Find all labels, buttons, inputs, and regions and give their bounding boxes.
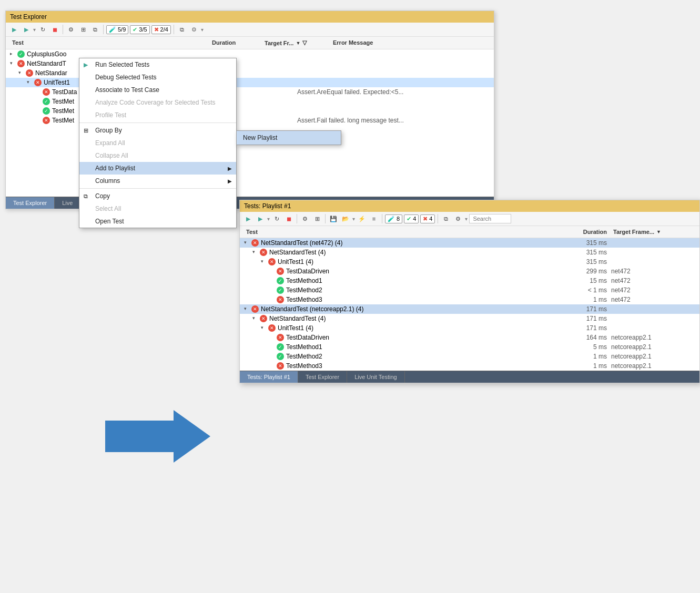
expand-arrow[interactable]: ▾: [27, 79, 33, 86]
tab-test-explorer[interactable]: Test Explorer: [298, 371, 347, 383]
test-target: netcoreapp2.1: [611, 362, 695, 370]
run-all-button[interactable]: ▶: [9, 24, 19, 35]
col-dur-header[interactable]: Duration: [210, 38, 262, 47]
filter-button[interactable]: ⧉: [90, 24, 100, 35]
ctx-copy[interactable]: ⧉ Copy: [79, 190, 236, 202]
playlist-title: Tests: Playlist #1: [244, 202, 291, 210]
test-label: UnitTest1 (4): [278, 258, 548, 265]
pl-col-target-header[interactable]: Target Frame... ▼: [611, 228, 695, 236]
pl-list-button[interactable]: ≡: [369, 213, 379, 224]
pl-gear-button[interactable]: ⚙: [453, 213, 463, 224]
dropdown-icon: ▼: [296, 40, 300, 46]
fail-badge[interactable]: ✖ 2/4: [151, 25, 171, 34]
submenu-new-playlist[interactable]: New Playlist: [237, 131, 341, 145]
pl-dropdown-icon: ▼: [656, 229, 661, 234]
col-test-header[interactable]: Test: [10, 38, 210, 47]
pl-flask-badge[interactable]: 🧪 8: [385, 214, 402, 223]
copy-playlist-button[interactable]: ⧉: [177, 24, 187, 35]
expand-arrow[interactable]: ▾: [10, 60, 16, 67]
pl-fail-badge[interactable]: ✖ 4: [420, 214, 435, 223]
table-row[interactable]: ▸ ✕ TestMethod3 1 ms net472: [240, 295, 699, 304]
table-row[interactable]: ▾ ✕ NetStandardTest (4) 171 ms: [240, 314, 699, 323]
filter-icon[interactable]: ▽: [302, 39, 307, 46]
pl-run-all-button[interactable]: ▶: [243, 213, 253, 224]
test-label: NetStandardTest (netcoreapp2.1) (4): [261, 305, 548, 313]
test-duration: 164 ms: [548, 334, 611, 341]
table-row[interactable]: ▾ ✕ NetStandardTest (netcoreapp2.1) (4) …: [240, 304, 699, 314]
expand-arrow[interactable]: ▾: [18, 70, 25, 76]
expand-arrow[interactable]: ▾: [261, 259, 267, 265]
pl-col-test-header[interactable]: Test: [244, 228, 548, 236]
test-error: Assert.Fail failed. long message test...: [297, 117, 490, 124]
pl-column-headers: Test Duration Target Frame... ▼: [240, 226, 699, 238]
ctx-columns[interactable]: Columns ▶: [79, 175, 236, 187]
gear-button[interactable]: ⚙: [189, 24, 199, 35]
test-label: CplusplusGoo: [27, 50, 232, 58]
table-row[interactable]: ▸ ✕ TestMethod3 1 ms netcoreapp2.1: [240, 361, 699, 371]
groupby-button[interactable]: ⊞: [78, 24, 88, 35]
playlist-tab-bar: Tests: Playlist #1 Test Explorer Live Un…: [240, 371, 699, 383]
pl-stop-button[interactable]: ◼: [283, 213, 294, 224]
table-row[interactable]: ▾ ✕ NetStandardTest (4) 315 ms: [240, 248, 699, 257]
pl-save-button[interactable]: 💾: [328, 213, 339, 224]
ctx-associate[interactable]: Associate to Test Case: [79, 84, 236, 96]
table-row[interactable]: ▸ ✕ TestDataDriven 299 ms net472: [240, 267, 699, 276]
expand-arrow[interactable]: ▾: [252, 249, 259, 255]
pl-lightning-button[interactable]: ⚡: [357, 213, 367, 224]
pl-copy-button[interactable]: ⧉: [441, 213, 451, 224]
expand-arrow[interactable]: ▾: [244, 306, 250, 312]
test-duration: 299 ms: [548, 268, 611, 275]
col-target-header[interactable]: Target Fr... ▼ ▽: [262, 38, 331, 47]
search-input[interactable]: [469, 214, 511, 223]
run-selected-button[interactable]: ▶: [21, 24, 32, 35]
context-menu: ▶ Run Selected Tests Debug Selected Test…: [79, 58, 237, 228]
pl-groupby-button[interactable]: ⊞: [312, 213, 322, 224]
pl-col-dur-header[interactable]: Duration: [548, 228, 611, 236]
ctx-debug-selected[interactable]: Debug Selected Tests: [79, 71, 236, 84]
fail-icon: ✕: [43, 117, 50, 124]
pl-sep1: [297, 214, 297, 223]
pl-refresh-button[interactable]: ↻: [271, 213, 282, 224]
tab-test-explorer[interactable]: Test Explorer: [6, 197, 55, 209]
table-row[interactable]: ▸ ✓ TestMethod1 5 ms netcoreapp2.1: [240, 342, 699, 352]
fail-icon: ✕: [268, 324, 276, 332]
refresh-button[interactable]: ↻: [37, 24, 48, 35]
pl-pass-badge[interactable]: ✔ 4: [404, 214, 419, 223]
ctx-expand-all: Expand All: [79, 137, 236, 149]
ctx-group-by[interactable]: ⊞ Group By: [79, 124, 236, 137]
expand-arrow[interactable]: ▾: [261, 325, 267, 331]
table-row[interactable]: ▸ ✓ TestMethod2 < 1 ms net472: [240, 285, 699, 295]
ctx-add-to-playlist[interactable]: Add to Playlist ▶: [79, 162, 236, 175]
pass-icon: ✓: [43, 107, 50, 115]
tab-playlist[interactable]: Tests: Playlist #1: [240, 371, 298, 383]
table-row[interactable]: ▾ ✕ NetStandardTest (net472) (4) 315 ms: [240, 238, 699, 248]
playlist-toolbar: ▶ ▶ ▾ ↻ ◼ ⚙ ⊞ 💾 📂 ▾ ⚡ ≡ 🧪 8 ✔ 4 ✖ 4 ⧉ ⚙ …: [240, 212, 699, 226]
pl-open-button[interactable]: 📂: [340, 213, 351, 224]
table-row[interactable]: ▸ ✓ TestMethod2 1 ms netcoreapp2.1: [240, 352, 699, 361]
expand-arrow[interactable]: ▾: [252, 315, 259, 322]
ctx-open-test[interactable]: Open Test: [79, 215, 236, 228]
stop-button[interactable]: ◼: [49, 24, 60, 35]
tab-live[interactable]: Live: [55, 197, 80, 209]
fail-icon: ✕: [43, 88, 50, 96]
expand-arrow[interactable]: ▾: [244, 240, 250, 246]
table-row[interactable]: ▾ ✕ UnitTest1 (4) 315 ms: [240, 257, 699, 267]
table-row[interactable]: ▸ ✓ TestMethod1 15 ms net472: [240, 276, 699, 285]
table-row[interactable]: ▸ ✕ TestDataDriven 164 ms netcoreapp2.1: [240, 333, 699, 342]
pl-run-selected-button[interactable]: ▶: [255, 213, 266, 224]
settings-button[interactable]: ⚙: [66, 24, 76, 35]
submenu-arrow: ▶: [228, 178, 232, 184]
pl-settings-button[interactable]: ⚙: [300, 213, 310, 224]
pl-sep2: [325, 214, 326, 223]
ctx-run-selected[interactable]: ▶ Run Selected Tests: [79, 58, 236, 71]
table-row[interactable]: ▾ ✕ UnitTest1 (4) 171 ms: [240, 323, 699, 333]
run-icon: ▶: [84, 62, 88, 68]
test-explorer-toolbar: ▶ ▶ ▾ ↻ ◼ ⚙ ⊞ ⧉ 🧪 5/9 ✔ 3/5 ✖ 2/4 ⧉ ⚙ ▾: [6, 23, 494, 37]
expand-arrow[interactable]: ▸: [10, 51, 16, 57]
tab-live-unit-testing[interactable]: Live Unit Testing: [347, 371, 405, 383]
test-duration: 5 ms: [548, 343, 611, 351]
flask-badge[interactable]: 🧪 5/9: [106, 25, 128, 34]
test-explorer-titlebar: Test Explorer: [6, 11, 494, 23]
pass-badge[interactable]: ✔ 3/5: [130, 25, 149, 34]
test-duration: < 1 ms: [548, 287, 611, 294]
